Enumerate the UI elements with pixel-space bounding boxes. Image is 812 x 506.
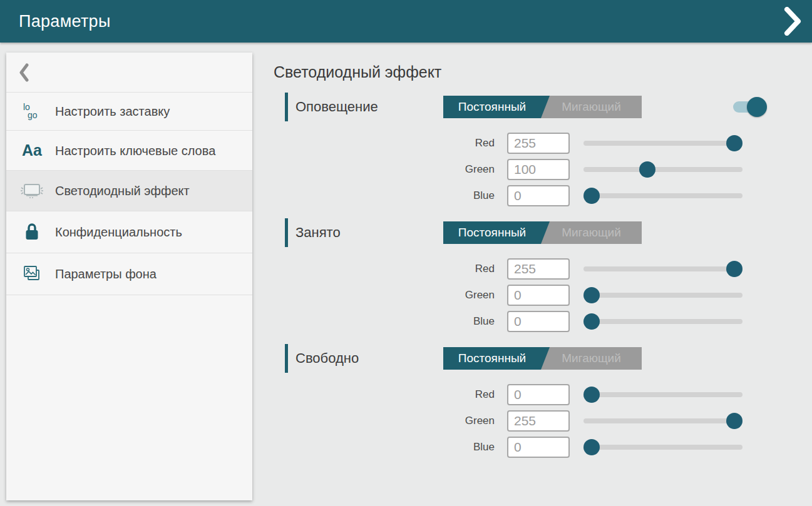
- busy-blue-input[interactable]: [507, 311, 570, 332]
- busy-blue-slider[interactable]: [583, 310, 743, 332]
- toggle-knob: [747, 97, 767, 117]
- sidebar-item-led-effect[interactable]: Светодиодный эффект: [6, 171, 252, 211]
- sidebar: lo go Настроить заставку Aa Настроить кл…: [6, 53, 252, 500]
- tab-constant[interactable]: Постоянный: [443, 221, 541, 244]
- slider-thumb[interactable]: [726, 135, 743, 151]
- slider-thumb[interactable]: [726, 413, 743, 429]
- tab-constant[interactable]: Постоянный: [443, 347, 541, 370]
- slider-track: [583, 319, 743, 324]
- free-blue-input[interactable]: [507, 437, 570, 458]
- red-label: Red: [285, 263, 495, 275]
- busy-mode-tabs: Постоянный Мигающий: [443, 221, 642, 244]
- busy-green-input[interactable]: [507, 285, 570, 306]
- section-busy: Занято Постоянный Мигающий Red Green: [285, 218, 768, 332]
- green-label: Green: [285, 289, 495, 301]
- busy-red-slider[interactable]: [583, 258, 743, 280]
- slider-thumb[interactable]: [583, 439, 600, 455]
- slider-thumb[interactable]: [583, 188, 600, 204]
- background-image-icon: [19, 264, 45, 284]
- slider-thumb[interactable]: [639, 161, 655, 178]
- notification-red-slider[interactable]: [583, 132, 743, 154]
- section-accent-bar: [285, 344, 288, 373]
- green-label: Green: [285, 163, 495, 176]
- slider-thumb[interactable]: [583, 313, 600, 330]
- notification-blue-slider[interactable]: [583, 185, 743, 206]
- app-header: Параметры: [0, 0, 812, 43]
- slider-track: [583, 293, 743, 298]
- lock-icon: [19, 222, 45, 242]
- notification-green-slider[interactable]: [583, 158, 743, 180]
- sidebar-collapse-button[interactable]: [6, 53, 252, 93]
- busy-red-input[interactable]: [507, 258, 570, 280]
- slider-track: [583, 392, 743, 397]
- sidebar-item-label: Светодиодный эффект: [55, 183, 190, 199]
- slider-track: [583, 418, 743, 423]
- chevron-right-icon[interactable]: [783, 7, 802, 36]
- red-label: Red: [285, 388, 495, 401]
- busy-green-slider[interactable]: [583, 284, 743, 306]
- sidebar-item-label: Настроить заставку: [55, 103, 170, 119]
- notification-blue-input[interactable]: [507, 185, 570, 206]
- slider-track: [583, 266, 743, 271]
- notification-green-input[interactable]: [507, 159, 570, 180]
- free-green-input[interactable]: [507, 410, 570, 432]
- chevron-left-icon: [19, 63, 29, 82]
- sidebar-item-label: Параметры фона: [55, 266, 157, 282]
- tab-blinking[interactable]: Мигающий: [541, 221, 642, 244]
- section-free: Свободно Постоянный Мигающий Red Green: [285, 344, 768, 458]
- blue-label: Blue: [285, 315, 495, 328]
- sidebar-item-label: Настроить ключевые слова: [55, 143, 215, 159]
- blue-label: Blue: [285, 190, 495, 202]
- section-label: Оповещение: [296, 99, 378, 115]
- section-accent-bar: [285, 93, 288, 121]
- tab-constant[interactable]: Постоянный: [443, 96, 541, 118]
- free-green-slider[interactable]: [583, 410, 743, 432]
- slider-track: [583, 193, 743, 198]
- led-screen-icon: [19, 181, 45, 200]
- sidebar-item-background[interactable]: Параметры фона: [6, 253, 252, 295]
- section-accent-bar: [285, 218, 288, 247]
- slider-thumb[interactable]: [583, 387, 600, 403]
- notification-led-toggle[interactable]: [733, 97, 767, 117]
- slider-track: [583, 445, 743, 450]
- green-label: Green: [285, 415, 495, 427]
- app-title: Параметры: [19, 12, 111, 31]
- sidebar-item-privacy[interactable]: Конфиденциальность: [6, 211, 252, 253]
- section-notification: Оповещение Постоянный Мигающий Red: [285, 93, 768, 206]
- page-title: Светодиодный эффект: [274, 63, 768, 81]
- sidebar-item-keywords[interactable]: Aa Настроить ключевые слова: [6, 131, 252, 171]
- tab-blinking[interactable]: Мигающий: [541, 347, 642, 370]
- main-content: Светодиодный эффект Оповещение Постоянны…: [274, 63, 768, 470]
- logo-icon: lo go: [19, 103, 45, 119]
- tab-blinking[interactable]: Мигающий: [541, 96, 642, 118]
- section-label: Занято: [296, 225, 341, 241]
- notification-mode-tabs: Постоянный Мигающий: [443, 96, 642, 118]
- slider-track: [583, 167, 743, 172]
- slider-track: [583, 141, 743, 146]
- blue-label: Blue: [285, 441, 495, 453]
- notification-red-input[interactable]: [507, 133, 570, 154]
- free-red-slider[interactable]: [583, 383, 743, 405]
- section-label: Свободно: [296, 350, 359, 367]
- red-label: Red: [285, 137, 495, 149]
- free-blue-slider[interactable]: [583, 436, 743, 458]
- keywords-icon: Aa: [19, 141, 45, 159]
- sidebar-item-splash-screen[interactable]: lo go Настроить заставку: [6, 93, 252, 131]
- slider-thumb[interactable]: [726, 261, 743, 277]
- slider-thumb[interactable]: [583, 287, 600, 303]
- sidebar-item-label: Конфиденциальность: [55, 224, 182, 240]
- free-mode-tabs: Постоянный Мигающий: [443, 347, 642, 370]
- free-red-input[interactable]: [507, 384, 570, 405]
